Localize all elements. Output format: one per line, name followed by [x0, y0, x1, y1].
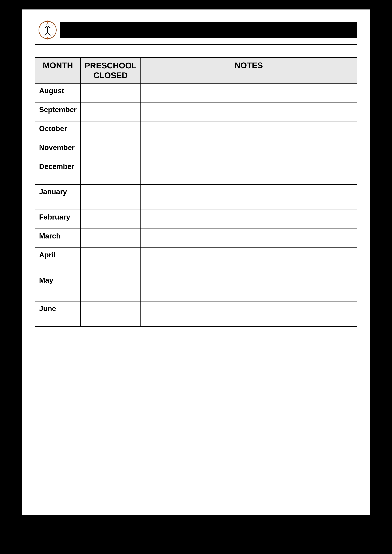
header-closed: PRESCHOOLCLOSED — [81, 58, 140, 83]
table-header-row: MONTH PRESCHOOLCLOSED NOTES — [35, 58, 357, 83]
table-row: March — [35, 229, 357, 248]
table-row: October — [35, 121, 357, 140]
month-cell: January — [35, 184, 81, 210]
svg-point-16 — [48, 25, 48, 25]
closed-cell — [81, 301, 140, 327]
notes-cell — [141, 248, 357, 273]
schedule-table: MONTH PRESCHOOLCLOSED NOTES AugustSeptem… — [35, 57, 357, 327]
svg-line-13 — [45, 32, 48, 35]
notes-cell — [141, 102, 357, 121]
svg-line-8 — [52, 35, 54, 36]
notes-cell — [141, 273, 357, 301]
notes-cell — [141, 210, 357, 229]
month-cell: May — [35, 273, 81, 301]
notes-cell — [141, 83, 357, 102]
month-cell: February — [35, 210, 81, 229]
month-cell: November — [35, 140, 81, 159]
notes-cell — [141, 184, 357, 210]
month-cell: December — [35, 159, 81, 184]
closed-cell — [81, 248, 140, 273]
svg-line-14 — [48, 32, 50, 35]
header-month: MONTH — [35, 58, 81, 83]
svg-line-12 — [48, 27, 51, 28]
notes-cell — [141, 301, 357, 327]
svg-line-11 — [44, 27, 48, 28]
closed-cell — [81, 273, 140, 301]
closed-cell — [81, 210, 140, 229]
table-row: January — [35, 184, 357, 210]
closed-cell — [81, 229, 140, 248]
month-cell: June — [35, 301, 81, 327]
header-notes: NOTES — [141, 58, 357, 83]
table-row: August — [35, 83, 357, 102]
table-row: November — [35, 140, 357, 159]
month-cell: April — [35, 248, 81, 273]
content-area: MONTH PRESCHOOLCLOSED NOTES AugustSeptem… — [35, 57, 357, 327]
table-row: April — [35, 248, 357, 273]
table-row: December — [35, 159, 357, 184]
page: MONTH PRESCHOOLCLOSED NOTES AugustSeptem… — [22, 9, 370, 515]
month-cell: August — [35, 83, 81, 102]
closed-cell — [81, 121, 140, 140]
month-cell: September — [35, 102, 81, 121]
notes-cell — [141, 140, 357, 159]
logo-icon — [36, 21, 59, 40]
svg-point-15 — [47, 25, 47, 25]
table-row: February — [35, 210, 357, 229]
table-row: September — [35, 102, 357, 121]
table-row: May — [35, 273, 357, 301]
header-dark-bar — [60, 22, 357, 38]
notes-cell — [141, 159, 357, 184]
closed-cell — [81, 184, 140, 210]
notes-cell — [141, 229, 357, 248]
closed-cell — [81, 102, 140, 121]
svg-point-9 — [46, 24, 49, 27]
closed-cell — [81, 159, 140, 184]
closed-cell — [81, 83, 140, 102]
closed-cell — [81, 140, 140, 159]
header — [35, 19, 357, 45]
month-cell: October — [35, 121, 81, 140]
svg-line-6 — [52, 24, 54, 25]
month-cell: March — [35, 229, 81, 248]
notes-cell — [141, 121, 357, 140]
table-row: June — [35, 301, 357, 327]
logo-container — [35, 19, 60, 41]
